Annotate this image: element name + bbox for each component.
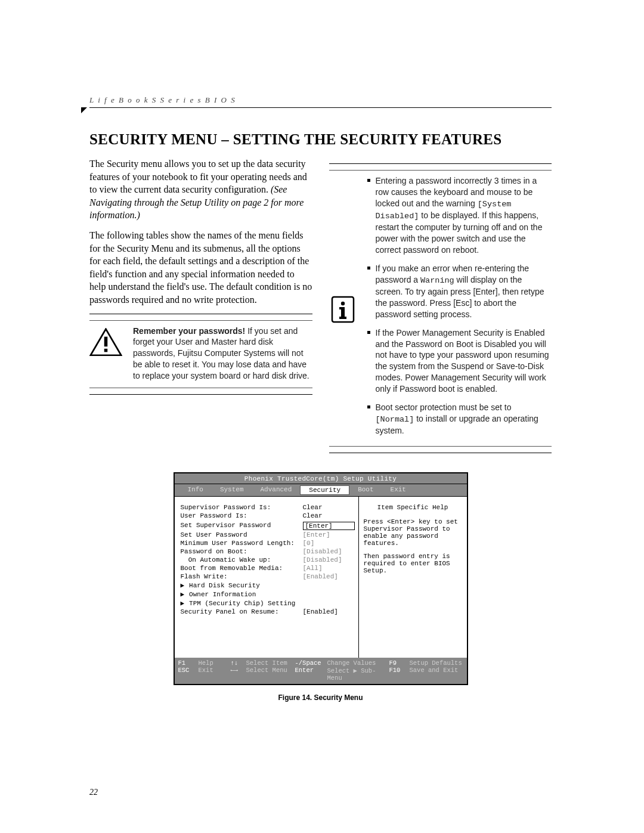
bios-tab-info: Info (179, 485, 212, 495)
bios-field-label: On Automatic Wake up: (181, 556, 303, 563)
bios-field-value: [Enabled] (303, 608, 355, 615)
left-column: The Security menu allows you to set up t… (89, 157, 312, 459)
info-text: If the Power Management Security is Enab… (376, 328, 549, 394)
bios-key-desc: Exit (199, 667, 213, 674)
info-icon (329, 175, 357, 444)
bios-field-value: [Enter] (303, 522, 355, 530)
bios-field-row: Boot from Removable Media:[All] (181, 565, 355, 572)
intro-paragraph-1: The Security menu allows you to set up t… (89, 157, 312, 222)
bios-help-panel: Item Specific Help Press <Enter> key to … (359, 497, 467, 658)
info-text: Entering a password incorrectly 3 times … (376, 176, 537, 208)
bios-field-row: Set Supervisor Password[Enter] (181, 522, 355, 530)
figure-caption: Figure 14. Security Menu (89, 693, 552, 702)
info-list: Entering a password incorrectly 3 times … (367, 175, 552, 444)
bios-field-label: Set Supervisor Password (181, 522, 303, 530)
page-title: SECURITY MENU – SETTING THE SECURITY FEA… (89, 131, 552, 148)
svg-rect-2 (104, 348, 107, 351)
bios-field-label: Flash Write: (181, 573, 303, 580)
bios-field-label: Boot from Removable Media: (181, 565, 303, 572)
bios-key: F9 (389, 659, 397, 667)
bios-field-row: Flash Write:[Enabled] (181, 573, 355, 580)
warning-note: Remember your passwords! If you set and … (89, 326, 312, 382)
bios-tab-security: Security (300, 485, 349, 495)
bios-key-desc: Help (199, 659, 213, 667)
bios-field-row: Supervisor Password Is:Clear (181, 504, 355, 511)
bios-field-value: Clear (303, 512, 355, 519)
bios-field-label: Password on Boot: (181, 548, 303, 555)
bios-key: Enter (295, 667, 314, 674)
bios-key-desc: Change Values (327, 659, 376, 667)
divider-thin (89, 388, 312, 388)
bios-field-label: Supervisor Password Is: (181, 504, 303, 511)
bios-key: ↑↓ (231, 659, 239, 667)
info-text: Boot sector protection must be set to (376, 402, 512, 412)
bios-key: F1 (178, 659, 186, 667)
bios-field-row: Security Panel on Resume: [Enabled] (181, 608, 355, 615)
svg-point-4 (340, 302, 344, 305)
bios-field-value: Clear (303, 504, 355, 511)
bios-fields: Supervisor Password Is:ClearUser Passwor… (175, 497, 359, 658)
header-rule (89, 107, 552, 113)
bios-submenu-item: ▶ TPM (Security Chip) Setting (181, 599, 355, 607)
bios-field-label: Minimum User Password Length: (181, 540, 303, 547)
bios-field-value: [All] (303, 565, 355, 572)
bios-field-row: Password on Boot:[Disabled] (181, 548, 355, 555)
bios-field-row: On Automatic Wake up:[Disabled] (181, 556, 355, 563)
info-item: If you make an error when re-entering th… (367, 263, 552, 320)
bios-screenshot: Phoenix TrustedCore(tm) Setup Utility In… (174, 472, 468, 685)
bios-tab-system: System (212, 485, 252, 495)
page-number: 22 (89, 788, 98, 797)
warning-text: Remember your passwords! If you set and … (133, 326, 312, 382)
bios-key-desc: Save and Exit (410, 667, 459, 674)
bios-submenu-item: ▶ Owner Information (181, 590, 355, 598)
svg-rect-7 (339, 317, 346, 319)
info-item: Entering a password incorrectly 3 times … (367, 175, 552, 256)
bios-tab-exit: Exit (382, 485, 414, 495)
warning-icon (89, 326, 122, 382)
bios-tabbar: Info System Advanced Security Boot Exit (175, 484, 467, 497)
bios-field-value: [Enabled] (303, 573, 355, 580)
bios-key-desc: Setup Defaults (410, 659, 462, 667)
bios-field-label: Security Panel on Resume: (181, 608, 303, 615)
bios-tab-advanced: Advanced (252, 485, 301, 495)
bios-key-desc: Select Item (246, 659, 287, 667)
bios-field-row: Minimum User Password Length:[0] (181, 540, 355, 547)
info-code: [Normal] (376, 415, 414, 424)
divider (89, 314, 312, 314)
bios-field-row: User Password Is:Clear (181, 512, 355, 519)
bios-field-label: User Password Is: (181, 512, 303, 519)
bios-key: ←→ (231, 667, 239, 674)
bios-field-value: [Disabled] (303, 556, 355, 563)
info-item: Boot sector protection must be set to [N… (367, 402, 552, 436)
bios-tab-boot: Boot (349, 485, 382, 495)
divider-thin (89, 320, 312, 321)
bios-key: ESC (178, 667, 190, 674)
divider-thin (329, 446, 552, 447)
bios-field-value: [0] (303, 540, 355, 547)
bios-footer: F1 Help ↑↓ Select Item -/Space Change Va… (175, 658, 467, 684)
right-column: Entering a password incorrectly 3 times … (329, 157, 552, 459)
bios-help-title: Item Specific Help (364, 504, 462, 511)
bios-field-row: Set User Password[Enter] (181, 531, 355, 538)
divider (89, 394, 312, 395)
bios-key-desc: Select ▶ Sub-Menu (327, 667, 376, 682)
divider (329, 453, 552, 453)
intro-paragraph-2: The following tables show the names of t… (89, 229, 312, 306)
bios-field-value: [Enter] (303, 531, 355, 538)
bios-help-body: Then password entry is required to enter… (364, 553, 462, 574)
divider-thin (329, 170, 552, 171)
bios-key: -/Space (295, 659, 321, 667)
bios-key: F10 (389, 667, 401, 674)
svg-rect-1 (104, 336, 107, 346)
bios-help-body: Press <Enter> key to set Supervisor Pass… (364, 518, 462, 547)
info-item: If the Power Management Security is Enab… (367, 327, 552, 395)
info-note: Entering a password incorrectly 3 times … (329, 175, 552, 444)
svg-rect-6 (339, 307, 344, 309)
bios-title: Phoenix TrustedCore(tm) Setup Utility (175, 473, 467, 484)
bios-field-value: [Disabled] (303, 548, 355, 555)
bios-key-desc: Select Menu (246, 667, 287, 674)
info-code: Warning (420, 276, 454, 285)
warning-bold: Remember your passwords! (133, 326, 245, 336)
running-header: L i f e B o o k S S e r i e s B I O S (89, 95, 552, 105)
divider (329, 163, 552, 164)
